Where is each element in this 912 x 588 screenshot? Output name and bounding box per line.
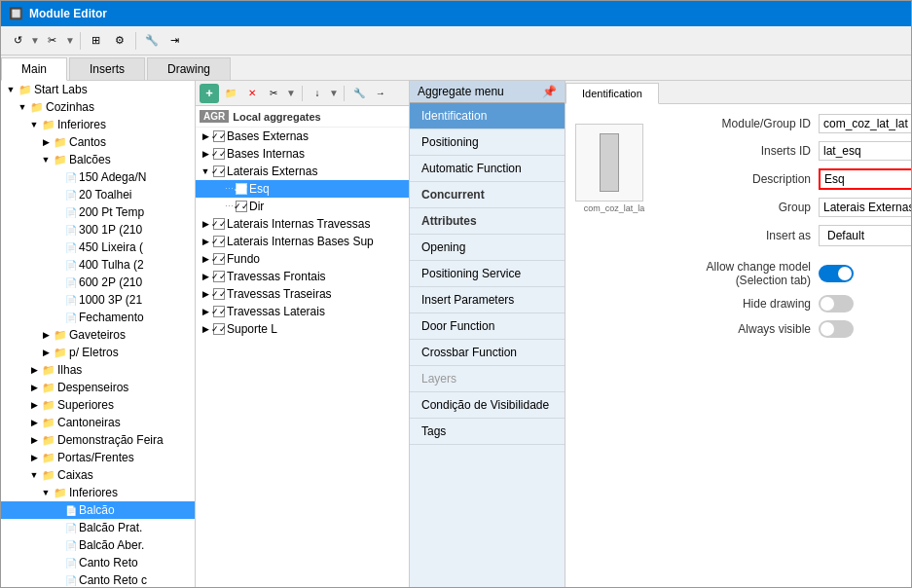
agg-lat-int-trav[interactable]: ▶ ✓ Laterais Internas Travessas bbox=[196, 215, 409, 233]
folder-agg-button[interactable]: 📁 bbox=[221, 84, 240, 103]
expand-icon[interactable]: ▼ bbox=[40, 487, 52, 498]
expand-icon[interactable]: ▶ bbox=[28, 452, 40, 463]
tree-item-caixas[interactable]: ▼ 📁 Caixas bbox=[1, 466, 195, 484]
tree-item-balcoes[interactable]: ▼ 📁 Balcões bbox=[1, 151, 195, 168]
tree-item-balcao-prat[interactable]: 📄 Balcão Prat. bbox=[1, 519, 195, 536]
menu-item-tags[interactable]: Tags bbox=[410, 419, 565, 445]
tab-main[interactable]: Main bbox=[1, 57, 67, 81]
move-down-button[interactable]: ↓ bbox=[308, 84, 327, 103]
agg-bases-externas[interactable]: ▶ ✓ Bases Externas bbox=[196, 128, 409, 145]
arrow-right-button[interactable]: → bbox=[371, 84, 390, 103]
expand-icon[interactable]: ▼ bbox=[5, 84, 17, 95]
checkbox-fundo[interactable]: ✓ bbox=[213, 253, 225, 265]
allow-change-model-toggle[interactable] bbox=[819, 265, 854, 282]
description-input[interactable] bbox=[819, 168, 911, 190]
tree-item-600[interactable]: 📄 600 2P (210 bbox=[1, 274, 195, 291]
tree-item-inferiores1[interactable]: ▼ 📁 Inferiores bbox=[1, 116, 195, 133]
expand-icon[interactable]: ▼ bbox=[40, 154, 52, 165]
agg-dir[interactable]: ⋯ ✓ Dir bbox=[196, 198, 409, 215]
tree-item-400tulha[interactable]: 📄 400 Tulha (2 bbox=[1, 256, 195, 274]
expand-icon[interactable]: ▶ bbox=[40, 347, 52, 358]
agg-lat-int-bases[interactable]: ▶ ✓ Laterais Internas Bases Sup bbox=[196, 233, 409, 250]
menu-item-visibility-condition[interactable]: Condição de Visibilidade bbox=[410, 392, 565, 419]
tree-item-1000[interactable]: 📄 1000 3P (21 bbox=[1, 291, 195, 309]
hide-drawing-toggle[interactable] bbox=[819, 295, 854, 312]
menu-item-crossbar-function[interactable]: Crossbar Function bbox=[410, 340, 565, 366]
tree-item-demo[interactable]: ▶ 📁 Demonstração Feira bbox=[1, 431, 195, 449]
tree-item-superiores[interactable]: ▶ 📁 Superiores bbox=[1, 396, 195, 414]
agg-suporte-l[interactable]: ▶ ✓ Suporte L bbox=[196, 320, 409, 338]
tree-item-peletros[interactable]: ▶ 📁 p/ Eletros bbox=[1, 344, 195, 361]
tree-item-ilhas[interactable]: ▶ 📁 Ilhas bbox=[1, 361, 195, 379]
tree-item-450[interactable]: 📄 450 Lixeira ( bbox=[1, 239, 195, 256]
checkbox-trav-traseiras[interactable]: ✓ bbox=[213, 288, 225, 300]
tab-drawing[interactable]: Drawing bbox=[147, 57, 231, 80]
pin-icon[interactable]: 📌 bbox=[542, 85, 557, 98]
menu-item-automatic-function[interactable]: Automatic Function bbox=[410, 156, 565, 182]
expand-icon[interactable]: ▶ bbox=[28, 434, 40, 446]
group-button[interactable]: ⊞ bbox=[86, 30, 107, 52]
expand-icon[interactable]: ▼ bbox=[28, 119, 40, 130]
tree-item-despenseiros[interactable]: ▶ 📁 Despenseiros bbox=[1, 379, 195, 396]
checkbox-lat-int-bases[interactable]: ✓ bbox=[213, 236, 225, 247]
group-input[interactable] bbox=[819, 198, 911, 217]
expand-icon[interactable]: ▶ bbox=[40, 329, 52, 341]
checkbox-trav-frontais[interactable]: ✓ bbox=[213, 271, 225, 282]
module-group-id-input[interactable] bbox=[819, 114, 911, 133]
menu-item-positioning-service[interactable]: Positioning Service bbox=[410, 261, 565, 287]
left-tree-scroll[interactable]: ▼ 📁 Start Labs ▼ 📁 Cozinhas ▼ 📁 Inferior… bbox=[1, 81, 195, 587]
tree-item-200pt[interactable]: 📄 200 Pt Temp bbox=[1, 203, 195, 221]
menu-item-attributes[interactable]: Attributes bbox=[410, 208, 565, 235]
expand-icon[interactable]: ▶ bbox=[28, 417, 40, 428]
agg-trav-frontais[interactable]: ▶ ✓ Travessas Frontais bbox=[196, 268, 409, 285]
tree-item-fechamento[interactable]: 📄 Fechamento bbox=[1, 309, 195, 326]
tools-button[interactable]: 🔧 bbox=[141, 30, 163, 52]
menu-item-identification[interactable]: Identification bbox=[410, 103, 565, 129]
menu-item-insert-params[interactable]: Insert Parameters bbox=[410, 287, 565, 313]
checkbox-bases-externas[interactable]: ✓ bbox=[213, 130, 225, 142]
add-aggregate-button[interactable]: + bbox=[200, 84, 219, 103]
expand-icon[interactable]: ▶ bbox=[28, 364, 40, 376]
tree-item-150adega[interactable]: 📄 150 Adega/N bbox=[1, 168, 195, 186]
right-tab-identification[interactable]: Identification bbox=[565, 83, 659, 104]
always-visible-toggle[interactable] bbox=[819, 320, 854, 338]
agg-laterais-externas[interactable]: ▼ ✓ Laterais Externas bbox=[196, 163, 409, 180]
expand-icon[interactable]: ▶ bbox=[28, 399, 40, 411]
tree-item-inferiores2[interactable]: ▼ 📁 Inferiores bbox=[1, 484, 195, 501]
tab-inserts[interactable]: Inserts bbox=[69, 57, 145, 80]
checkbox-trav-laterais[interactable]: ✓ bbox=[213, 306, 225, 317]
tree-item-20toalhei[interactable]: 📄 20 Toalhei bbox=[1, 186, 195, 203]
agg-esq[interactable]: ⋯ ✓ Esq bbox=[196, 180, 409, 198]
expand-icon[interactable]: ▶ bbox=[40, 136, 52, 148]
menu-item-opening[interactable]: Opening bbox=[410, 235, 565, 261]
checkbox-laterais-externas[interactable]: ✓ bbox=[213, 165, 225, 177]
tree-item-portas[interactable]: ▶ 📁 Portas/Frentes bbox=[1, 449, 195, 466]
tree-item-canto-reto-c[interactable]: 📄 Canto Reto c bbox=[1, 571, 195, 587]
checkbox-lat-int-trav[interactable]: ✓ bbox=[213, 218, 225, 230]
tree-item-300[interactable]: 📄 300 1P (210 bbox=[1, 221, 195, 239]
agg-bases-internas[interactable]: ▶ ✓ Bases Internas bbox=[196, 145, 409, 163]
checkbox-esq[interactable]: ✓ bbox=[236, 183, 247, 195]
undo-button[interactable]: ↺ bbox=[7, 30, 28, 52]
tree-item-gaveteiros[interactable]: ▶ 📁 Gaveteiros bbox=[1, 326, 195, 344]
tools-agg-button[interactable]: 🔧 bbox=[349, 84, 369, 103]
cut-button[interactable]: ✂ bbox=[42, 30, 63, 52]
menu-item-concurrent[interactable]: Concurrent bbox=[410, 182, 565, 208]
settings-button[interactable]: ⚙ bbox=[109, 30, 130, 52]
inserts-id-input[interactable] bbox=[819, 141, 911, 161]
insert-as-select[interactable]: Default bbox=[819, 225, 911, 246]
expand-icon[interactable]: ▼ bbox=[17, 101, 28, 113]
expand-icon[interactable]: ▼ bbox=[28, 469, 40, 481]
nav-button[interactable]: ⇥ bbox=[164, 30, 186, 52]
cut-agg-button[interactable]: ✂ bbox=[264, 84, 283, 103]
checkbox-bases-internas[interactable]: ✓ bbox=[213, 148, 225, 160]
checkbox-suporte-l[interactable]: ✓ bbox=[213, 323, 225, 335]
agg-fundo[interactable]: ▶ ✓ Fundo bbox=[196, 250, 409, 268]
delete-agg-button[interactable]: ✕ bbox=[242, 84, 262, 103]
tree-item-cozinhas[interactable]: ▼ 📁 Cozinhas bbox=[1, 98, 195, 116]
expand-icon[interactable]: ▶ bbox=[28, 382, 40, 393]
tree-item-cantoneiras[interactable]: ▶ 📁 Cantoneiras bbox=[1, 414, 195, 431]
tree-item-balcao-aber[interactable]: 📄 Balcão Aber. bbox=[1, 536, 195, 554]
menu-item-positioning[interactable]: Positioning bbox=[410, 129, 565, 156]
checkbox-dir[interactable]: ✓ bbox=[236, 201, 247, 212]
